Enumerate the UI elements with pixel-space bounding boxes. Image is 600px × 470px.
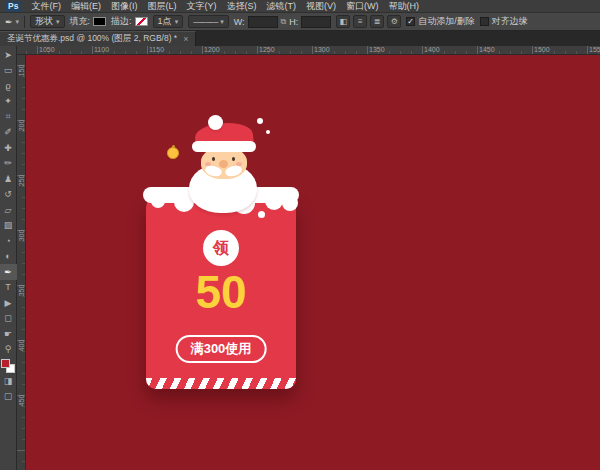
- pen-tool[interactable]: ✒: [0, 264, 17, 280]
- menu-item[interactable]: 选择(S): [226, 0, 256, 13]
- eraser-tool[interactable]: ▱: [0, 202, 17, 218]
- quick-mask-button[interactable]: ◨: [0, 373, 17, 389]
- ruler-number: 400: [18, 336, 25, 356]
- ruler-number: 450: [18, 391, 25, 411]
- eyedropper-tool[interactable]: ✐: [0, 125, 17, 141]
- quick-selection-tool[interactable]: ✦: [0, 94, 17, 110]
- auto-add-remove-checkbox[interactable]: ✓: [406, 17, 415, 26]
- rectangular-marquee-tool[interactable]: ▭: [0, 63, 17, 79]
- coupon-amount: 50: [146, 269, 296, 315]
- chevron-down-icon: ▾: [16, 18, 20, 26]
- divider: [24, 16, 25, 28]
- foreground-color-swatch[interactable]: [1, 359, 10, 368]
- brush-tool[interactable]: ✏: [0, 156, 17, 172]
- geometry-settings-icon[interactable]: ⚙: [387, 15, 401, 28]
- screen-mode-button[interactable]: ▢: [0, 389, 17, 405]
- coupon-condition: 满300使用: [176, 335, 267, 363]
- ruler-number: 150: [18, 61, 25, 81]
- bottom-tool-list: ◨▢: [0, 373, 17, 404]
- path-arrangement-icon[interactable]: ≣: [370, 15, 384, 28]
- tool-mode-value: 形状: [35, 15, 53, 28]
- auto-add-remove-label: 自动添加/删除: [418, 15, 475, 28]
- menu-item[interactable]: 文件(F): [31, 0, 61, 13]
- document-title: 圣诞节优惠券.psd @ 100% (图层 2, RGB/8) *: [7, 33, 177, 45]
- snow-fleck: [266, 130, 270, 134]
- document-tab[interactable]: 圣诞节优惠券.psd @ 100% (图层 2, RGB/8) * ×: [0, 31, 196, 46]
- ruler-number: 200: [18, 116, 25, 136]
- align-edges-checkbox[interactable]: [480, 17, 489, 26]
- path-selection-tool[interactable]: ▶: [0, 295, 17, 311]
- ruler-horizontal[interactable]: 1050110011501200125013001350140014501500…: [17, 46, 600, 55]
- chevron-down-icon: ▾: [220, 18, 224, 26]
- document-area: 1050110011501200125013001350140014501500…: [17, 46, 600, 470]
- path-operations-icon[interactable]: ◧: [336, 15, 350, 28]
- height-input[interactable]: [301, 16, 331, 28]
- healing-brush-tool[interactable]: ✚: [0, 140, 17, 156]
- blur-tool[interactable]: ◔: [0, 233, 17, 249]
- move-tool[interactable]: ➤: [0, 47, 17, 63]
- chevron-down-icon: ▾: [56, 18, 60, 26]
- bell-icon: [167, 147, 179, 159]
- santa-eye: [212, 157, 215, 161]
- close-icon[interactable]: ×: [183, 34, 188, 44]
- canvas[interactable]: 领 50 满300使用: [26, 55, 600, 470]
- chevron-down-icon: ▾: [175, 18, 179, 26]
- clone-stamp-tool[interactable]: ♟: [0, 171, 17, 187]
- history-brush-tool[interactable]: ↺: [0, 187, 17, 203]
- ruler-number: 1100: [92, 46, 109, 54]
- tool-preset-picker[interactable]: ✒ ▾: [5, 17, 19, 27]
- tool-list: ➤▭ϱ✦⌗✐✚✏♟↺▱▨◔◐✒T▶◻☛⚲: [0, 47, 17, 357]
- crop-tool[interactable]: ⌗: [0, 109, 17, 125]
- dodge-tool[interactable]: ◐: [0, 249, 17, 265]
- coupon-badge: 领: [203, 230, 239, 266]
- santa-hat-trim: [192, 141, 256, 152]
- fill-color-swatch[interactable]: [93, 17, 106, 26]
- menu-item[interactable]: 滤镜(T): [266, 0, 296, 13]
- hand-tool[interactable]: ☛: [0, 326, 17, 342]
- coupon-stripe: [146, 378, 296, 389]
- menu-item[interactable]: 帮助(H): [388, 0, 419, 13]
- santa-hat-pom: [208, 115, 223, 130]
- shape-tool[interactable]: ◻: [0, 311, 17, 327]
- ruler-number: 1550: [587, 46, 600, 54]
- width-label: W:: [234, 17, 245, 27]
- menu-item[interactable]: 视图(V): [306, 0, 336, 13]
- ruler-number: 350: [18, 281, 25, 301]
- ruler-number: 1250: [257, 46, 275, 54]
- ruler-number: 1450: [477, 46, 495, 54]
- fill-label: 填充:: [70, 15, 91, 28]
- width-input[interactable]: [248, 16, 278, 28]
- menu-item[interactable]: 图层(L): [147, 0, 176, 13]
- ruler-number: 1150: [147, 46, 164, 54]
- type-tool[interactable]: T: [0, 280, 17, 296]
- path-alignment-icon[interactable]: ≡: [353, 15, 367, 28]
- santa-nose: [219, 160, 228, 168]
- menu-item[interactable]: 图像(I): [111, 0, 138, 13]
- zoom-tool[interactable]: ⚲: [0, 342, 17, 358]
- tool-options-bar: ✒ ▾ 形状 ▾ 填充: 描边: 1点 ▾ ——— ▾ W: ⧉ H: ◧ ≡ …: [0, 13, 600, 31]
- santa-illustration: [175, 117, 267, 213]
- gradient-tool[interactable]: ▨: [0, 218, 17, 234]
- stroke-label: 描边:: [111, 15, 132, 28]
- menu-bar: Ps 文件(F)编辑(E)图像(I)图层(L)文字(Y)选择(S)滤镜(T)视图…: [0, 0, 600, 13]
- pen-tool-icon: ✒: [5, 17, 13, 27]
- link-dimensions-icon[interactable]: ⧉: [281, 17, 287, 27]
- menu-item[interactable]: 文字(Y): [186, 0, 216, 13]
- tool-mode-select[interactable]: 形状 ▾: [30, 15, 65, 28]
- ruler-vertical[interactable]: 150200250300350400450: [17, 55, 26, 470]
- lasso-tool[interactable]: ϱ: [0, 78, 17, 94]
- menu-item[interactable]: 窗口(W): [346, 0, 379, 13]
- stroke-type-select[interactable]: ——— ▾: [188, 15, 229, 28]
- tools-panel: ➤▭ϱ✦⌗✐✚✏♟↺▱▨◔◐✒T▶◻☛⚲ ◨▢: [0, 46, 17, 470]
- stroke-width-select[interactable]: 1点 ▾: [153, 15, 184, 28]
- coupon-artwork: 领 50 满300使用: [146, 117, 296, 389]
- stroke-color-swatch[interactable]: [135, 17, 148, 26]
- ruler-number: 1350: [367, 46, 385, 54]
- menu-item[interactable]: 编辑(E): [71, 0, 101, 13]
- ruler-number: 1300: [312, 46, 330, 54]
- ruler-number: 300: [18, 226, 25, 246]
- photoshop-logo: Ps: [5, 1, 21, 12]
- ruler-number: 1050: [37, 46, 55, 54]
- menu-items: 文件(F)编辑(E)图像(I)图层(L)文字(Y)选择(S)滤镜(T)视图(V)…: [31, 0, 419, 13]
- ruler-number: 1500: [532, 46, 550, 54]
